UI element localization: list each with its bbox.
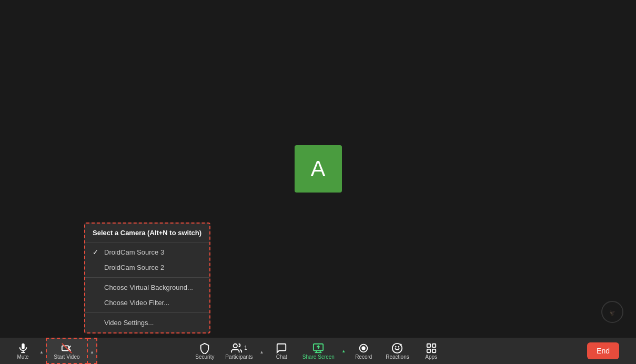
mute-button[interactable]: Mute — [8, 338, 37, 364]
camera-settings-section: Video Settings... — [85, 313, 209, 332]
record-label: Record — [355, 354, 372, 360]
avatar-container: A — [295, 145, 342, 193]
end-button[interactable]: End — [587, 342, 619, 359]
video-settings-label: Video Settings... — [104, 319, 154, 327]
svg-rect-18 — [432, 349, 436, 352]
security-button[interactable]: Security — [189, 338, 220, 364]
reactions-label: Reactions — [386, 354, 409, 360]
avatar-letter: A — [310, 156, 325, 181]
camera-menu-header: Select a Camera (Alt+N to switch) — [85, 224, 209, 242]
video-button-group: Start Video — [46, 338, 97, 364]
svg-point-7 — [234, 343, 237, 347]
mic-icon — [17, 342, 29, 354]
chat-label: Chat — [276, 354, 287, 360]
share-screen-button[interactable]: Share Screen — [297, 338, 339, 364]
participants-count: 1 — [244, 345, 247, 351]
security-label: Security — [195, 354, 214, 360]
participants-icon — [231, 342, 243, 354]
apps-button[interactable]: Apps — [416, 338, 447, 364]
svg-point-11 — [362, 347, 366, 350]
mute-arrow-button[interactable] — [37, 338, 46, 364]
chat-icon — [276, 342, 287, 354]
chat-button[interactable]: Chat — [266, 338, 297, 364]
camera-source-2-label: DroidCam Source 2 — [104, 264, 164, 271]
share-screen-label: Share Screen — [302, 354, 335, 360]
svg-text:🦅: 🦅 — [609, 309, 616, 316]
toolbar-left: Mute Start Video — [8, 338, 97, 364]
svg-point-12 — [392, 343, 402, 352]
video-settings[interactable]: Video Settings... — [85, 315, 209, 330]
apps-icon — [426, 342, 437, 354]
participants-button[interactable]: 1 Participants — [220, 338, 257, 364]
participants-group: 1 Participants — [220, 338, 266, 364]
security-icon — [199, 342, 210, 354]
reactions-button[interactable]: Reactions — [379, 338, 415, 364]
share-screen-arrow-button[interactable]: ▲ — [339, 338, 348, 364]
participants-chevron-icon — [259, 346, 264, 356]
svg-rect-16 — [432, 343, 436, 347]
share-screen-group: Share Screen ▲ — [297, 338, 348, 364]
apps-label: Apps — [425, 354, 437, 360]
video-chevron-icon — [90, 346, 94, 356]
choose-virtual-bg[interactable]: Choose Virtual Background... — [85, 280, 209, 295]
watermark: 🦅 — [599, 299, 625, 327]
camera-options-section: Choose Virtual Background... Choose Vide… — [85, 278, 209, 313]
record-icon — [358, 342, 369, 354]
toolbar: Mute Start Video Sec — [0, 338, 636, 364]
camera-sources-section: ✓ DroidCam Source 3 DroidCam Source 2 — [85, 242, 209, 278]
svg-rect-15 — [427, 343, 430, 347]
camera-menu: Select a Camera (Alt+N to switch) ✓ Droi… — [84, 223, 210, 333]
svg-line-6 — [62, 343, 72, 352]
choose-video-filter-label: Choose Video Filter... — [104, 299, 169, 307]
toolbar-center: Security 1 Participants — [189, 338, 447, 364]
mute-chevron-icon — [39, 346, 44, 356]
choose-video-filter[interactable]: Choose Video Filter... — [85, 295, 209, 310]
svg-rect-2 — [22, 343, 25, 349]
start-video-label: Start Video — [54, 354, 79, 360]
share-screen-icon — [312, 342, 324, 354]
start-video-button[interactable]: Start Video — [46, 338, 88, 364]
camera-source-2[interactable]: DroidCam Source 2 — [85, 260, 209, 275]
check-icon: ✓ — [93, 248, 100, 256]
avatar: A — [295, 145, 342, 193]
choose-virtual-bg-label: Choose Virtual Background... — [104, 284, 193, 291]
video-off-icon — [61, 342, 73, 354]
participants-arrow-button[interactable] — [257, 338, 266, 364]
svg-rect-17 — [427, 349, 430, 352]
camera-source-1-label: DroidCam Source 3 — [104, 248, 164, 256]
reactions-icon — [391, 342, 403, 354]
camera-source-1[interactable]: ✓ DroidCam Source 3 — [85, 245, 209, 260]
mute-label: Mute — [17, 354, 28, 360]
record-button[interactable]: Record — [348, 338, 379, 364]
participants-label: Participants — [225, 354, 253, 360]
video-arrow-button[interactable] — [88, 338, 97, 364]
